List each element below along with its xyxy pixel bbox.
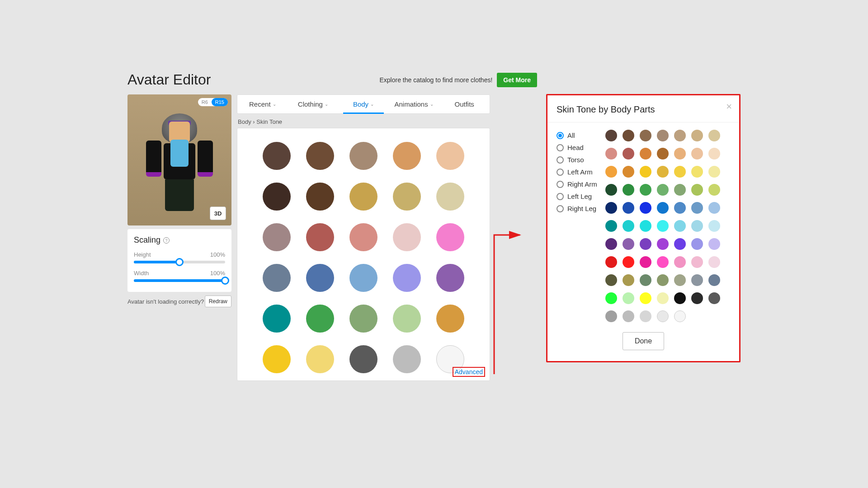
advanced-skin-tone-swatch[interactable] <box>691 274 703 286</box>
redraw-button[interactable]: Redraw <box>205 296 231 307</box>
advanced-skin-tone-swatch[interactable] <box>674 148 686 160</box>
body-part-radio-head[interactable]: Head <box>557 144 597 151</box>
skin-tone-swatch[interactable] <box>349 142 377 170</box>
advanced-skin-tone-swatch[interactable] <box>691 256 703 268</box>
body-part-radio-right-arm[interactable]: Right Arm <box>557 180 597 188</box>
skin-tone-swatch[interactable] <box>393 142 421 170</box>
advanced-skin-tone-swatch[interactable] <box>640 184 651 196</box>
rig-toggle[interactable]: R6 R15 <box>198 98 228 106</box>
advanced-skin-tone-swatch[interactable] <box>674 166 686 178</box>
advanced-skin-tone-swatch[interactable] <box>605 130 617 141</box>
advanced-skin-tone-swatch[interactable] <box>623 130 634 141</box>
advanced-skin-tone-swatch[interactable] <box>640 130 651 141</box>
advanced-skin-tone-swatch[interactable] <box>708 238 720 250</box>
advanced-skin-tone-swatch[interactable] <box>708 202 720 214</box>
advanced-skin-tone-swatch[interactable] <box>640 166 651 178</box>
skin-tone-swatch[interactable] <box>306 183 334 211</box>
advanced-skin-tone-swatch[interactable] <box>691 166 703 178</box>
advanced-skin-tone-swatch[interactable] <box>674 130 686 141</box>
skin-tone-swatch[interactable] <box>263 264 291 292</box>
height-slider-thumb[interactable] <box>175 258 184 266</box>
advanced-skin-tone-swatch[interactable] <box>605 310 617 322</box>
advanced-skin-tone-swatch[interactable] <box>674 184 686 196</box>
advanced-skin-tone-swatch[interactable] <box>623 148 634 160</box>
body-part-radio-right-leg[interactable]: Right Leg <box>557 205 597 212</box>
rig-r15-pill[interactable]: R15 <box>212 98 228 106</box>
skin-tone-swatch[interactable] <box>349 305 377 333</box>
skin-tone-swatch[interactable] <box>263 183 291 211</box>
width-slider[interactable] <box>134 279 225 282</box>
skin-tone-swatch[interactable] <box>306 142 334 170</box>
advanced-skin-tone-swatch[interactable] <box>674 292 686 304</box>
skin-tone-swatch[interactable] <box>393 305 421 333</box>
advanced-skin-tone-swatch[interactable] <box>623 220 634 232</box>
advanced-skin-tone-swatch[interactable] <box>605 184 617 196</box>
advanced-skin-tone-swatch[interactable] <box>657 292 669 304</box>
advanced-skin-tone-swatch[interactable] <box>640 256 651 268</box>
advanced-skin-tone-swatch[interactable] <box>657 184 669 196</box>
advanced-skin-tone-swatch[interactable] <box>640 148 651 160</box>
advanced-skin-tone-swatch[interactable] <box>691 238 703 250</box>
advanced-skin-tone-swatch[interactable] <box>623 274 634 286</box>
skin-tone-swatch[interactable] <box>393 223 421 251</box>
advanced-skin-tone-swatch[interactable] <box>657 310 669 322</box>
skin-tone-swatch[interactable] <box>436 183 464 211</box>
advanced-skin-tone-swatch[interactable] <box>640 292 651 304</box>
advanced-skin-tone-swatch[interactable] <box>605 274 617 286</box>
advanced-skin-tone-swatch[interactable] <box>674 202 686 214</box>
advanced-skin-tone-swatch[interactable] <box>708 274 720 286</box>
skin-tone-swatch[interactable] <box>393 345 421 373</box>
skin-tone-swatch[interactable] <box>349 345 377 373</box>
advanced-skin-tone-swatch[interactable] <box>657 238 669 250</box>
advanced-skin-tone-swatch[interactable] <box>623 256 634 268</box>
advanced-skin-tone-swatch[interactable] <box>640 220 651 232</box>
skin-tone-swatch[interactable] <box>306 223 334 251</box>
skin-tone-swatch[interactable] <box>436 264 464 292</box>
body-part-radio-left-leg[interactable]: Left Leg <box>557 192 597 200</box>
advanced-skin-tone-swatch[interactable] <box>691 220 703 232</box>
get-more-button[interactable]: Get More <box>497 73 537 87</box>
rig-r6-pill[interactable]: R6 <box>198 98 212 106</box>
advanced-skin-tone-swatch[interactable] <box>657 202 669 214</box>
width-slider-thumb[interactable] <box>221 277 229 285</box>
advanced-skin-tone-swatch[interactable] <box>691 292 703 304</box>
advanced-skin-tone-swatch[interactable] <box>691 148 703 160</box>
skin-tone-swatch[interactable] <box>263 223 291 251</box>
close-icon[interactable]: × <box>726 102 732 112</box>
advanced-skin-tone-swatch[interactable] <box>640 274 651 286</box>
advanced-skin-tone-swatch[interactable] <box>623 292 634 304</box>
toggle-3d-button[interactable]: 3D <box>210 206 226 220</box>
tab-animations[interactable]: Animations⌄ <box>389 95 439 113</box>
advanced-skin-tone-swatch[interactable] <box>605 238 617 250</box>
skin-tone-swatch[interactable] <box>306 264 334 292</box>
body-part-radio-torso[interactable]: Torso <box>557 156 597 164</box>
info-icon[interactable]: ? <box>163 237 170 244</box>
advanced-skin-tone-swatch[interactable] <box>674 238 686 250</box>
done-button[interactable]: Done <box>623 332 664 350</box>
advanced-skin-tone-swatch[interactable] <box>657 220 669 232</box>
advanced-skin-tone-swatch[interactable] <box>674 274 686 286</box>
skin-tone-swatch[interactable] <box>393 183 421 211</box>
advanced-skin-tone-swatch[interactable] <box>640 202 651 214</box>
skin-tone-swatch[interactable] <box>263 345 291 373</box>
skin-tone-swatch[interactable] <box>349 264 377 292</box>
advanced-skin-tone-swatch[interactable] <box>605 202 617 214</box>
advanced-link[interactable]: Advanced <box>453 367 485 377</box>
advanced-skin-tone-swatch[interactable] <box>657 274 669 286</box>
tab-outfits[interactable]: Outfits <box>439 95 490 113</box>
skin-tone-swatch[interactable] <box>436 305 464 333</box>
skin-tone-swatch[interactable] <box>349 183 377 211</box>
advanced-skin-tone-swatch[interactable] <box>623 202 634 214</box>
skin-tone-swatch[interactable] <box>436 142 464 170</box>
advanced-skin-tone-swatch[interactable] <box>605 166 617 178</box>
advanced-skin-tone-swatch[interactable] <box>605 256 617 268</box>
advanced-skin-tone-swatch[interactable] <box>657 148 669 160</box>
skin-tone-swatch[interactable] <box>263 305 291 333</box>
advanced-skin-tone-swatch[interactable] <box>605 148 617 160</box>
height-slider[interactable] <box>134 261 225 263</box>
advanced-skin-tone-swatch[interactable] <box>708 292 720 304</box>
advanced-skin-tone-swatch[interactable] <box>605 292 617 304</box>
advanced-skin-tone-swatch[interactable] <box>708 130 720 141</box>
advanced-skin-tone-swatch[interactable] <box>640 310 651 322</box>
advanced-skin-tone-swatch[interactable] <box>674 256 686 268</box>
